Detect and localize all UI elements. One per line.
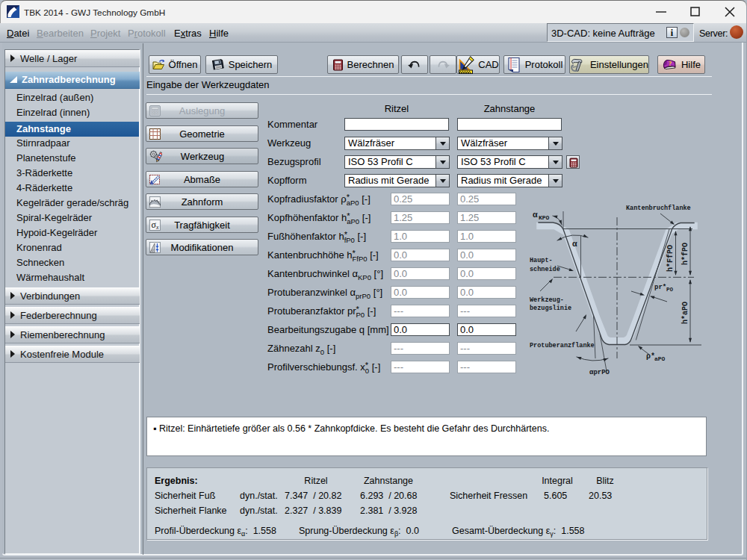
- svg-text:h*fPO: h*fPO: [681, 243, 689, 265]
- svg-text:α: α: [572, 240, 577, 249]
- svg-text:Haupt-: Haupt-: [530, 257, 553, 264]
- svg-text:h*aPO: h*aPO: [681, 302, 689, 324]
- svg-text:PO: PO: [666, 287, 674, 293]
- svg-text:α: α: [533, 211, 538, 220]
- svg-text:aPO: aPO: [654, 355, 666, 362]
- svg-text:schneide: schneide: [530, 266, 560, 273]
- svg-text:h*FfPO: h*FfPO: [666, 245, 675, 272]
- svg-text:KPO: KPO: [539, 214, 550, 221]
- svg-text:Protuberanzflanke: Protuberanzflanke: [530, 342, 595, 349]
- svg-text:Kantenbruchflanke: Kantenbruchflanke: [626, 205, 691, 212]
- svg-text:bezugslinie: bezugslinie: [530, 305, 571, 312]
- svg-text:pr*: pr*: [654, 284, 666, 291]
- svg-text:?: ?: [669, 59, 672, 66]
- svg-text:αprPO: αprPO: [589, 369, 610, 376]
- svg-text:Werkzeug-: Werkzeug-: [530, 296, 564, 304]
